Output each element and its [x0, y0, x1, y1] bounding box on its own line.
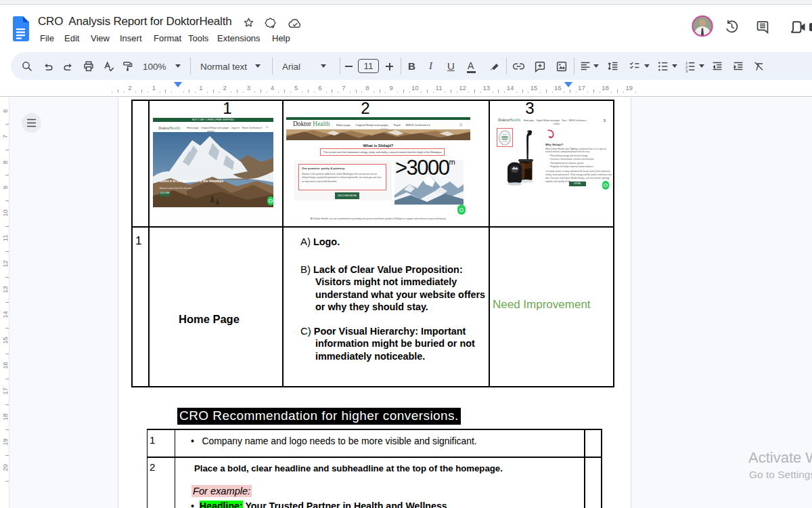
svg-text:3: 3 — [685, 69, 688, 72]
svg-text:1: 1 — [685, 61, 688, 65]
